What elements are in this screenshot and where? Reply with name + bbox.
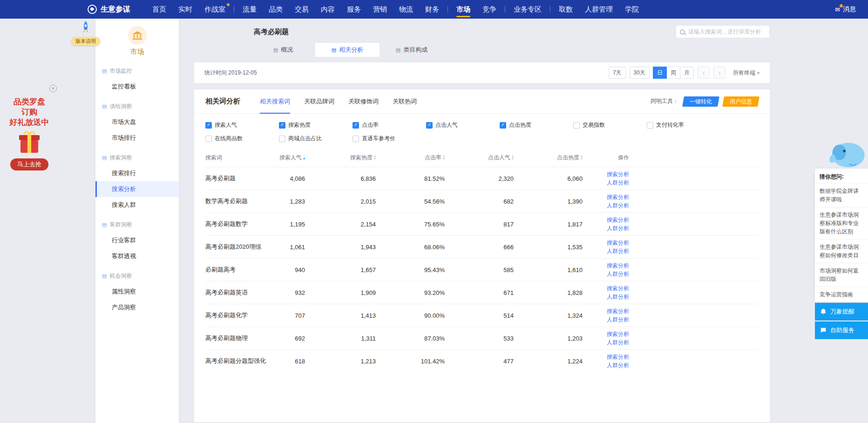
sidebar-item[interactable]: ▤ 客群洞察 — [95, 217, 179, 232]
detail-tab[interactable]: ▤ 概况 — [251, 43, 315, 57]
nav-item[interactable]: 品类 — [263, 0, 289, 19]
version-label[interactable]: 版本说明 — [71, 37, 100, 46]
metric-checkbox[interactable]: 点击率 — [353, 121, 426, 129]
nav-item[interactable]: 流量 — [237, 0, 263, 19]
nav-item[interactable]: 物流 — [393, 0, 419, 19]
faq-question-link[interactable]: 生意参谋市场洞察如何修改类目 — [815, 239, 868, 263]
nav-item[interactable]: 内容 — [315, 0, 341, 19]
crowd-analysis-link[interactable]: 人群分析 — [583, 361, 629, 369]
metric-checkbox[interactable]: 点击热度 — [500, 121, 573, 129]
nav-item[interactable]: 取数 — [553, 0, 579, 19]
checkbox[interactable] — [205, 122, 212, 129]
nav-item[interactable]: 交易 — [289, 0, 315, 19]
range-button[interactable]: 7天 — [609, 67, 626, 79]
search-analysis-link[interactable]: 搜索分析 — [583, 284, 629, 293]
nav-item[interactable]: 竞争 — [476, 0, 502, 19]
crowd-analysis-link[interactable]: 人群分析 — [583, 315, 629, 324]
sidebar-item[interactable]: ▤ 机会洞察 — [95, 268, 179, 284]
sidebar-item[interactable]: 市场排行 — [95, 130, 179, 146]
promo-banner[interactable]: ✕ 品类罗盘 订购 好礼放送中 马上去抢 — [4, 97, 55, 171]
unit-button[interactable]: 日 — [653, 67, 667, 79]
faq-question-link[interactable]: 竞争运营指南 — [815, 287, 868, 302]
sidebar-item[interactable]: ▤ 搜索洞察 — [95, 150, 179, 165]
nav-item[interactable]: 市场 — [450, 0, 476, 19]
self-service-button[interactable]: 自助服务 — [815, 321, 868, 339]
metric-column-header[interactable]: 点击人气 ▴ ▾ — [445, 154, 514, 162]
nav-item[interactable]: 财务 — [419, 0, 445, 19]
faq-question-link[interactable]: 生意参谋市场洞察标准版和专业版有什么区别 — [815, 207, 868, 239]
sidebar-item[interactable]: 监控看板 — [95, 79, 179, 95]
search-analysis-link[interactable]: 搜索分析 — [583, 193, 629, 201]
metric-checkbox[interactable]: 直通车参考价 — [353, 135, 426, 143]
metric-checkbox[interactable]: 搜索人气 — [205, 121, 279, 129]
sidebar-item[interactable]: ▤ 市场监控 — [95, 63, 179, 79]
checkbox[interactable] — [279, 122, 285, 129]
range-button[interactable]: 30天 — [630, 67, 650, 79]
detail-tab[interactable]: ▤ 相关分析 — [315, 43, 380, 57]
search-analysis-link[interactable]: 搜索分析 — [583, 239, 629, 247]
reminder-button[interactable]: 万象提醒 — [815, 303, 868, 321]
metric-checkbox[interactable]: 搜索热度 — [279, 121, 353, 129]
nav-item[interactable]: 作战室 — [198, 0, 231, 19]
crowd-analysis-link[interactable]: 人群分析 — [583, 270, 629, 278]
search-input[interactable] — [688, 28, 766, 35]
app-logo[interactable]: 生意参谋 — [88, 5, 130, 14]
next-period-icon[interactable]: › — [713, 67, 726, 79]
sidebar-item[interactable]: 属性洞察 — [95, 284, 179, 300]
crowd-analysis-link[interactable]: 人群分析 — [583, 224, 629, 232]
nav-item[interactable]: 学院 — [619, 0, 645, 19]
search-analysis-link[interactable]: 搜索分析 — [583, 216, 629, 224]
crowd-analysis-link[interactable]: 人群分析 — [583, 293, 629, 301]
metric-checkbox[interactable]: 交易指数 — [573, 121, 647, 129]
crowd-analysis-link[interactable]: 人群分析 — [583, 201, 629, 210]
search-analysis-link[interactable]: 搜索分析 — [583, 330, 629, 338]
one-key-convert-button[interactable]: 一键转化 — [682, 96, 719, 107]
nav-item[interactable]: 实时 — [172, 0, 198, 19]
search-analysis-link[interactable]: 搜索分析 — [583, 307, 629, 315]
checkbox[interactable] — [426, 122, 433, 129]
checkbox[interactable] — [647, 122, 653, 129]
metric-column-header[interactable]: 点击热度 ▴ ▾ — [514, 154, 583, 162]
sidebar-item[interactable]: 搜索排行 — [95, 165, 179, 181]
crowd-analysis-link[interactable]: 人群分析 — [583, 247, 629, 255]
messages-button[interactable]: ✉ 消息 — [835, 5, 856, 14]
nav-item[interactable]: 首页 — [146, 0, 172, 19]
search-analysis-link[interactable]: 搜索分析 — [583, 261, 629, 270]
user-info-button[interactable]: 用户信息 — [722, 96, 760, 107]
unit-button[interactable]: 周 — [666, 67, 680, 79]
metric-column-header[interactable]: 点击率 ▴ ▾ — [376, 154, 445, 162]
sidebar-item[interactable]: 产品洞察 — [95, 300, 179, 315]
metric-checkbox[interactable]: 商城点击占比 — [279, 135, 353, 143]
sidebar-item[interactable]: 行业客群 — [95, 232, 179, 248]
checkbox[interactable] — [205, 136, 212, 142]
sidebar-item[interactable]: 搜索分析 — [95, 181, 179, 197]
crowd-analysis-link[interactable]: 人群分析 — [583, 178, 629, 187]
checkbox[interactable] — [279, 136, 285, 142]
metric-column-header[interactable]: 搜索人气 ▴ ▾ — [275, 154, 305, 162]
detail-tab[interactable]: ▤ 类目构成 — [380, 43, 444, 57]
word-tab[interactable]: 相关搜索词 — [260, 89, 290, 113]
checkbox[interactable] — [353, 122, 359, 129]
crowd-analysis-link[interactable]: 人群分析 — [583, 338, 629, 347]
checkbox[interactable] — [353, 136, 359, 142]
nav-item[interactable]: 人群管理 — [579, 0, 619, 19]
sidebar-item[interactable]: 搜索人群 — [95, 197, 179, 213]
sidebar-item[interactable]: ▤ 供给洞察 — [95, 98, 179, 114]
keyword-search-box[interactable] — [676, 25, 770, 38]
sidebar-item[interactable]: 客群透视 — [95, 248, 179, 264]
search-analysis-link[interactable]: 搜索分析 — [583, 170, 629, 178]
nav-item[interactable]: 营销 — [367, 0, 393, 19]
version-note[interactable]: 版本说明 — [68, 20, 103, 46]
close-icon[interactable]: ✕ — [49, 85, 57, 92]
unit-button[interactable]: 月 — [680, 67, 694, 79]
metric-checkbox[interactable]: 在线商品数 — [205, 135, 279, 143]
metric-checkbox[interactable]: 支付转化率 — [647, 121, 720, 129]
faq-question-link[interactable]: 市场洞察如何返回旧版 — [815, 263, 868, 287]
promo-cta-button[interactable]: 马上去抢 — [10, 158, 48, 171]
sidebar-item[interactable]: 市场大盘 — [95, 114, 179, 130]
word-tab[interactable]: 关联热词 — [393, 89, 417, 113]
word-tab[interactable]: 关联修饰词 — [348, 89, 379, 113]
metric-checkbox[interactable]: 点击人气 — [426, 121, 500, 129]
prev-period-icon[interactable]: ‹ — [698, 67, 710, 79]
word-tab[interactable]: 关联品牌词 — [304, 89, 334, 113]
